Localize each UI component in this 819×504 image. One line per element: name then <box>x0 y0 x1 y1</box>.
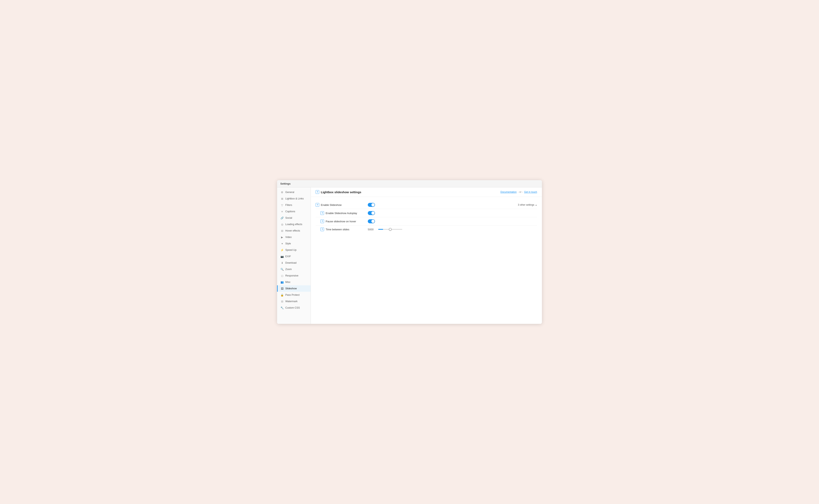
lightbox-links-icon: ⊞ <box>280 197 284 200</box>
sidebar: ⚙ General ⊞ Lightbox & Links ▽ Filters ≡… <box>277 187 311 324</box>
sidebar-label-speed-up: Speed Up <box>285 249 297 251</box>
get-in-touch-link[interactable]: Get in touch <box>524 191 537 193</box>
loading-effects-icon: ◎ <box>280 223 284 226</box>
sidebar-item-captions[interactable]: ≡ Captions <box>277 208 311 215</box>
social-icon: 🔗 <box>280 216 284 219</box>
title-bar: Settings <box>277 180 542 187</box>
toggle-enable-slideshow[interactable] <box>368 203 375 207</box>
sidebar-item-social[interactable]: 🔗 Social <box>277 215 311 221</box>
custom-css-icon: 🔧 <box>280 306 284 309</box>
window-title: Settings <box>280 182 291 185</box>
sidebar-item-download[interactable]: ⬇ Download <box>277 260 311 266</box>
slider-input-time-between-slides[interactable] <box>378 229 402 230</box>
setting-label-time-between-slides: ? Time between slides <box>316 228 368 231</box>
sidebar-label-social: Social <box>285 216 292 219</box>
help-badge[interactable]: ? <box>316 190 319 194</box>
setting-row-time-between-slides: ? Time between slides 5000 <box>316 226 537 233</box>
sidebar-item-loading-effects[interactable]: ◎ Loading effects <box>277 221 311 228</box>
sidebar-item-video[interactable]: ▶ Video <box>277 234 311 240</box>
sidebar-label-pass-protect: Pass Protect <box>285 294 300 296</box>
main-header: ? Lightbox slideshow settings Documentat… <box>311 187 542 197</box>
sidebar-label-download: Download <box>285 261 297 264</box>
documentation-link[interactable]: Documentation <box>500 191 517 193</box>
slider-container-time-between-slides: 5000 <box>368 228 402 231</box>
sidebar-item-filters[interactable]: ▽ Filters <box>277 202 311 208</box>
sidebar-item-style[interactable]: ✦ Style <box>277 240 311 247</box>
setting-label-enable-slideshow: ? Enable Slideshow <box>316 203 368 207</box>
help-badge-enable-slideshow[interactable]: ? <box>316 203 319 207</box>
sidebar-label-lightbox-links: Lightbox & Links <box>285 197 304 200</box>
sidebar-label-zoom: Zoom <box>285 268 292 271</box>
sidebar-item-slideshow[interactable]: 🖼 Slideshow <box>277 285 311 292</box>
sidebar-item-speed-up[interactable]: ⚡ Speed Up <box>277 247 311 253</box>
header-left: ? Lightbox slideshow settings <box>316 190 361 194</box>
settings-window: Settings ⚙ General ⊞ Lightbox & Links ▽ … <box>277 180 542 324</box>
help-badge-pause-slideshow-on-hover[interactable]: ? <box>320 219 324 223</box>
misc-icon: 👥 <box>280 280 284 284</box>
setting-text-enable-slideshow-autoplay: Enable Slideshow Autoplay <box>326 212 357 215</box>
sidebar-item-general[interactable]: ⚙ General <box>277 189 311 195</box>
setting-row-pause-slideshow-on-hover: ? Pause slideshow on hover <box>316 217 537 226</box>
sidebar-item-exif[interactable]: 📷 EXIF <box>277 253 311 260</box>
zoom-icon: 🔍 <box>280 268 284 271</box>
sidebar-item-misc[interactable]: 👥 Misc <box>277 279 311 285</box>
captions-icon: ≡ <box>280 210 284 213</box>
help-badge-enable-slideshow-autoplay[interactable]: ? <box>320 211 324 215</box>
sidebar-label-misc: Misc <box>285 281 291 283</box>
slideshow-icon: 🖼 <box>280 287 284 290</box>
toggle-enable-slideshow-autoplay[interactable] <box>368 211 375 215</box>
sidebar-label-watermark: Watermark <box>285 300 298 303</box>
sidebar-label-style: Style <box>285 242 291 245</box>
sidebar-item-zoom[interactable]: 🔍 Zoom <box>277 266 311 272</box>
setting-label-enable-slideshow-autoplay: ? Enable Slideshow Autoplay <box>316 211 368 215</box>
sidebar-label-slideshow: Slideshow <box>285 287 297 290</box>
sidebar-item-watermark[interactable]: ⊟ Watermark <box>277 298 311 305</box>
responsive-icon: ◻ <box>280 274 284 277</box>
slider-value-time-between-slides: 5000 <box>368 228 376 231</box>
style-icon: ✦ <box>280 242 284 245</box>
exif-icon: 📷 <box>280 255 284 258</box>
separator: - or - <box>518 191 523 193</box>
setting-text-enable-slideshow: Enable Slideshow <box>321 203 341 206</box>
other-settings-link[interactable]: 3 other settings ▲ <box>518 203 537 206</box>
sidebar-item-lightbox-links[interactable]: ⊞ Lightbox & Links <box>277 195 311 202</box>
hover-effects-icon: ⊟ <box>280 229 284 232</box>
download-icon: ⬇ <box>280 261 284 264</box>
sidebar-label-general: General <box>285 191 294 194</box>
header-right: Documentation - or - Get in touch <box>500 191 537 193</box>
watermark-icon: ⊟ <box>280 300 284 303</box>
page-title: Lightbox slideshow settings <box>321 190 361 194</box>
main-panel: ? Lightbox slideshow settings Documentat… <box>311 187 542 324</box>
arrow-icon: ▲ <box>535 204 537 206</box>
sidebar-label-filters: Filters <box>285 204 292 206</box>
setting-row-enable-slideshow-autoplay: ? Enable Slideshow Autoplay <box>316 209 537 217</box>
toggle-pause-slideshow-on-hover[interactable] <box>368 219 375 223</box>
filters-icon: ▽ <box>280 203 284 207</box>
sidebar-label-loading-effects: Loading effects <box>285 223 302 226</box>
sidebar-item-responsive[interactable]: ◻ Responsive <box>277 272 311 279</box>
general-icon: ⚙ <box>280 191 284 194</box>
setting-text-time-between-slides: Time between slides <box>326 228 349 231</box>
sidebar-item-pass-protect[interactable]: 🔒 Pass Protect <box>277 292 311 298</box>
setting-label-pause-slideshow-on-hover: ? Pause slideshow on hover <box>316 219 368 223</box>
setting-row-enable-slideshow: ? Enable Slideshow 3 other settings ▲ <box>316 201 537 209</box>
sidebar-item-custom-css[interactable]: 🔧 Custom CSS <box>277 305 311 311</box>
sidebar-label-video: Video <box>285 236 292 239</box>
sidebar-label-captions: Captions <box>285 210 295 213</box>
layout: ⚙ General ⊞ Lightbox & Links ▽ Filters ≡… <box>277 187 542 324</box>
video-icon: ▶ <box>280 236 284 239</box>
pass-protect-icon: 🔒 <box>280 293 284 297</box>
sidebar-label-responsive: Responsive <box>285 274 298 277</box>
sidebar-label-exif: EXIF <box>285 255 291 258</box>
help-badge-time-between-slides[interactable]: ? <box>320 228 324 231</box>
other-settings-text: 3 other settings <box>518 203 534 206</box>
sidebar-label-custom-css: Custom CSS <box>285 306 300 309</box>
setting-text-pause-slideshow-on-hover: Pause slideshow on hover <box>326 220 356 223</box>
speed-up-icon: ⚡ <box>280 248 284 252</box>
content-area: ? Enable Slideshow 3 other settings ▲ ? … <box>311 197 542 324</box>
sidebar-item-hover-effects[interactable]: ⊟ Hover effects <box>277 228 311 234</box>
sidebar-label-hover-effects: Hover effects <box>285 229 300 232</box>
